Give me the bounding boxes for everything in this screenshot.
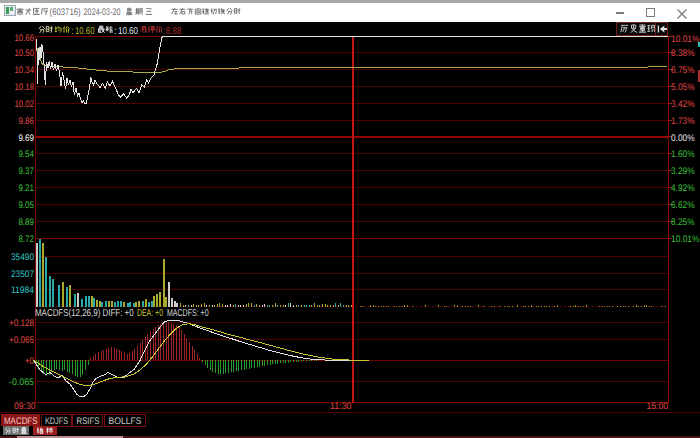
svg-text:0.00%: 0.00%: [671, 133, 695, 144]
svg-text:23507: 23507: [11, 269, 34, 280]
svg-text:9.21: 9.21: [18, 183, 34, 194]
svg-text:15:00: 15:00: [647, 401, 669, 412]
svg-text:8.38%: 8.38%: [671, 48, 695, 59]
svg-text:9.37: 9.37: [18, 166, 34, 177]
svg-text:MACDFS(12,26,9) DIFF: +0: MACDFS(12,26,9) DIFF: +0: [35, 308, 134, 319]
svg-text:+0: +0: [25, 356, 34, 367]
svg-text:+0.065: +0.065: [9, 335, 34, 346]
svg-text::: :: [114, 26, 117, 37]
svg-text:10.34: 10.34: [15, 65, 35, 76]
svg-text:10.18: 10.18: [15, 82, 35, 93]
svg-text:1.73%: 1.73%: [671, 116, 695, 127]
svg-text:10.60: 10.60: [75, 26, 95, 37]
svg-text:9.69: 9.69: [18, 133, 34, 144]
svg-text:9.05: 9.05: [18, 200, 34, 211]
svg-text:10.50: 10.50: [15, 48, 35, 59]
svg-text:8.25%: 8.25%: [671, 217, 695, 228]
svg-text:BOLLFS: BOLLFS: [109, 416, 142, 427]
svg-text:KDJFS: KDJFS: [45, 416, 68, 427]
svg-text:1.60%: 1.60%: [671, 149, 695, 160]
svg-text:DEA: +0: DEA: +0: [137, 308, 163, 319]
svg-text:10.01%: 10.01%: [671, 234, 700, 245]
svg-text::: :: [71, 26, 74, 37]
svg-text:MACDFS: +0: MACDFS: +0: [167, 308, 209, 319]
svg-text:5.05%: 5.05%: [671, 82, 695, 93]
svg-text:2024-03-20: 2024-03-20: [84, 7, 121, 18]
svg-text:10.66: 10.66: [15, 33, 35, 44]
svg-text:-0.065: -0.065: [9, 377, 34, 388]
svg-text:3.42%: 3.42%: [671, 99, 695, 110]
svg-text:MACDFS: MACDFS: [4, 416, 38, 427]
svg-text:10.60: 10.60: [118, 26, 138, 37]
svg-text:09:30: 09:30: [14, 401, 36, 412]
svg-text:11984: 11984: [11, 285, 34, 296]
svg-text:3.29%: 3.29%: [671, 166, 695, 177]
svg-text:10.02: 10.02: [15, 99, 35, 110]
svg-text::8.88: :8.88: [164, 26, 182, 37]
svg-text:9.54: 9.54: [18, 149, 34, 160]
svg-text:11:30: 11:30: [330, 401, 352, 412]
svg-text:8.89: 8.89: [18, 217, 34, 228]
svg-text:+0.128: +0.128: [9, 318, 34, 329]
svg-text:6.62%: 6.62%: [671, 200, 695, 211]
svg-text:6.75%: 6.75%: [671, 65, 695, 76]
svg-text:4.92%: 4.92%: [671, 183, 695, 194]
svg-text:8.72: 8.72: [18, 234, 34, 245]
svg-text:9.86: 9.86: [18, 116, 34, 127]
svg-text:(603716): (603716): [50, 7, 81, 18]
svg-text:RSIFS: RSIFS: [77, 416, 100, 427]
svg-text:35490: 35490: [11, 252, 34, 263]
svg-text:10.01%: 10.01%: [671, 34, 700, 45]
